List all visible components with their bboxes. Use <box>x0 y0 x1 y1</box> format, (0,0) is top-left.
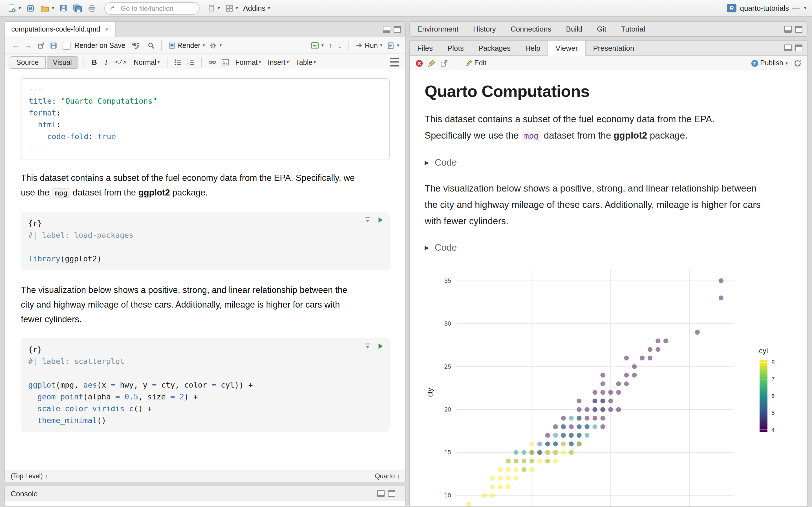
format-menu-label: Format <box>236 58 258 66</box>
run-chunks-above-icon[interactable] <box>364 216 371 224</box>
italic-button[interactable]: I <box>101 57 111 67</box>
tab-tutorial[interactable]: Tutorial <box>614 22 653 36</box>
table-menu[interactable]: Table ▾ <box>293 57 319 67</box>
data-point <box>553 433 558 438</box>
pencil-icon <box>465 59 473 67</box>
publish-button[interactable]: Publish ▾ <box>749 58 790 68</box>
compile-report-button[interactable]: ▾ <box>206 3 221 13</box>
save-document-button[interactable] <box>48 40 59 50</box>
data-point <box>545 433 550 438</box>
run-button[interactable]: Run ▾ <box>354 40 384 50</box>
code-format-button[interactable]: </> <box>112 58 130 66</box>
editor-paragraph[interactable]: The visualization below shows a positive… <box>21 283 359 327</box>
code-chunk-scatterplot[interactable]: {r}#| label: scatterplot ggplot(mpg, aes… <box>21 338 390 432</box>
data-point <box>648 355 652 360</box>
data-point <box>719 278 723 283</box>
data-point <box>561 424 566 429</box>
addins-menu[interactable]: Addins ▾ <box>241 3 272 13</box>
forward-button[interactable]: → <box>22 41 35 50</box>
clear-viewer-icon[interactable] <box>427 59 436 67</box>
format-menu[interactable]: Format ▾ <box>233 57 264 67</box>
maximize-pane-icon[interactable] <box>394 26 401 33</box>
tab-packages[interactable]: Packages <box>471 41 518 55</box>
tab-connections[interactable]: Connections <box>503 22 559 36</box>
minimize-pane-icon[interactable] <box>784 45 792 51</box>
document-paragraph: This dataset contains a subset of the fu… <box>424 111 763 144</box>
new-file-button[interactable]: ▾ <box>6 3 22 14</box>
go-next-chunk-button[interactable]: ↓ <box>336 41 344 50</box>
spellcheck-button[interactable]: ABC <box>130 40 145 50</box>
back-button[interactable]: ← <box>10 41 21 50</box>
viewer-pane: FilesPlotsPackagesHelpViewerPresentation… <box>409 40 808 507</box>
run-chunks-above-icon[interactable] <box>364 342 371 350</box>
maximize-pane-icon[interactable] <box>388 490 395 497</box>
popout-editor-button[interactable] <box>36 40 47 50</box>
tab-files[interactable]: Files <box>410 41 440 55</box>
run-chunk-icon[interactable] <box>377 342 384 350</box>
maximize-pane-icon[interactable] <box>795 45 802 51</box>
link-icon <box>208 59 217 66</box>
visual-mode-button[interactable]: Visual <box>47 56 79 68</box>
maximize-pane-icon[interactable] <box>795 25 802 33</box>
code-fold-toggle[interactable]: ▶ Code <box>424 240 792 254</box>
source-mode-button[interactable]: Source <box>10 56 45 68</box>
outline-toggle-icon[interactable] <box>390 58 399 66</box>
data-point <box>600 416 605 420</box>
minimize-pane-icon[interactable] <box>784 25 792 33</box>
project-menu[interactable]: R quarto-tutorials — ▾ <box>727 4 806 12</box>
editor-tab[interactable]: computations-code-fold.qmd × <box>5 22 116 37</box>
refresh-icon[interactable] <box>794 59 802 67</box>
render-button[interactable]: Render ▾ <box>167 40 207 50</box>
render-on-save-checkbox[interactable] <box>63 41 70 49</box>
insert-link-button[interactable] <box>207 57 218 67</box>
save-all-button[interactable] <box>71 3 84 14</box>
minimize-pane-icon[interactable] <box>383 26 390 33</box>
bold-button[interactable]: B <box>88 57 100 67</box>
render-options-button[interactable]: ▾ <box>208 40 223 50</box>
code-chunk-load-packages[interactable]: {r}#| label: load-packages library(ggplo… <box>21 212 390 270</box>
bullet-list-button[interactable] <box>172 57 184 67</box>
insert-image-button[interactable] <box>220 57 232 67</box>
visual-editor-canvas[interactable]: ---title: "Quarto Computations"format: h… <box>5 69 405 470</box>
tab-history[interactable]: History <box>466 22 503 36</box>
data-point <box>576 399 581 403</box>
open-in-new-window-icon[interactable] <box>440 59 448 67</box>
save-button[interactable] <box>57 3 69 13</box>
tab-viewer[interactable]: Viewer <box>548 41 586 56</box>
close-tab-icon[interactable]: × <box>105 25 109 33</box>
edit-button[interactable]: Edit <box>463 58 488 68</box>
numbered-list-button[interactable]: 1.2. <box>185 57 197 67</box>
minimize-pane-icon[interactable] <box>377 490 385 497</box>
console-header[interactable]: Console <box>5 486 405 501</box>
insert-chunk-icon: C <box>311 41 319 49</box>
filetype-selector[interactable]: Quarto↕ <box>375 473 400 480</box>
tab-build[interactable]: Build <box>559 22 590 36</box>
tab-plots[interactable]: Plots <box>440 41 471 55</box>
pane-window-buttons <box>383 22 405 37</box>
edit-label: Edit <box>474 59 486 67</box>
find-replace-button[interactable] <box>146 40 157 50</box>
insert-menu[interactable]: Insert ▾ <box>265 57 292 67</box>
editor-paragraph[interactable]: This dataset contains a subset of the fu… <box>21 171 359 201</box>
discard-viewer-icon[interactable] <box>415 59 423 67</box>
source-menu-button[interactable]: ▾ <box>385 40 401 50</box>
tab-git[interactable]: Git <box>590 22 613 36</box>
code-fold-toggle[interactable]: ▶ Code <box>424 156 792 169</box>
print-button[interactable] <box>86 3 98 14</box>
workspace-panes-button[interactable]: ▾ <box>223 3 240 13</box>
goto-file-input[interactable] <box>119 4 194 13</box>
tab-environment[interactable]: Environment <box>410 22 466 36</box>
scope-selector[interactable]: (Top Level)↕ <box>11 473 48 480</box>
open-file-button[interactable]: ▾ <box>38 3 56 14</box>
new-project-button[interactable]: R <box>24 3 37 14</box>
go-prev-chunk-button[interactable]: ↑ <box>326 41 335 50</box>
y-tick-label: 15 <box>444 449 451 456</box>
paragraph-style-dropdown[interactable]: Normal ▾ <box>131 57 163 67</box>
run-chunk-icon[interactable] <box>377 216 384 224</box>
insert-chunk-button[interactable]: C ▾ <box>309 40 325 50</box>
y-tick-label: 30 <box>444 320 451 327</box>
code-line: code-fold: true <box>29 131 382 143</box>
tab-presentation[interactable]: Presentation <box>586 41 642 55</box>
yaml-block[interactable]: ---title: "Quarto Computations"format: h… <box>21 78 390 159</box>
tab-help[interactable]: Help <box>518 41 548 55</box>
